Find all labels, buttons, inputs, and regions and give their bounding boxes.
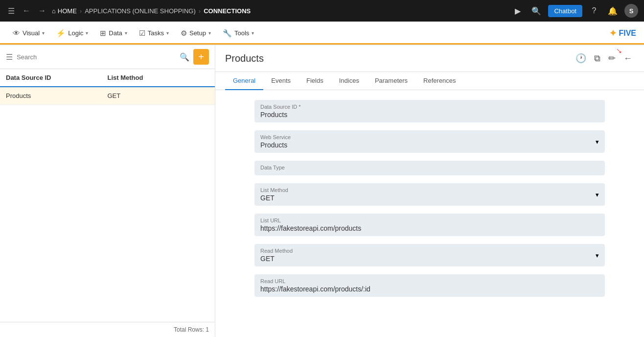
toolbar-data[interactable]: ⊞ Data ▾	[95, 26, 132, 41]
read-url-value: https://fakestoreapi.com/products/:id	[260, 285, 599, 293]
tab-parameters[interactable]: Parameters	[367, 72, 415, 90]
list-method-wrapper[interactable]: List Method GET ▾	[254, 183, 605, 206]
web-service-dropdown-icon: ▾	[596, 138, 599, 145]
logo-star: ✦	[609, 28, 617, 39]
data-icon: ⊞	[100, 29, 106, 38]
menu-icon[interactable]: ☰	[6, 4, 17, 18]
tab-events[interactable]: Events	[263, 72, 299, 90]
list-url-wrapper[interactable]: List URL https://fakestoreapi.com/produc…	[254, 214, 605, 236]
app-label[interactable]: APPLICATIONS (ONLINE SHOPPING)	[85, 7, 196, 15]
list-url-value: https://fakestoreapi.com/products	[260, 224, 599, 232]
data-source-id-label: Data Source ID *	[260, 104, 599, 110]
field-list-method: List Method GET ▾	[254, 183, 605, 206]
sidebar-header: ☰ 🔍 +	[0, 45, 215, 69]
toolbar-setup[interactable]: ⚙ Setup ▾	[176, 26, 216, 41]
field-list-url: List URL https://fakestoreapi.com/produc…	[254, 214, 605, 236]
logic-arrow: ▾	[86, 30, 88, 36]
help-icon[interactable]: ?	[587, 4, 601, 18]
logic-label: Logic	[68, 29, 83, 37]
breadcrumb-sep1: ›	[80, 7, 82, 15]
field-data-type: Data Type	[254, 161, 605, 175]
list-method-value: GET	[260, 194, 596, 202]
home-link[interactable]: ⌂ HOME	[52, 7, 77, 15]
home-icon: ⌂	[52, 7, 56, 15]
logo-text: FIVE	[619, 29, 636, 38]
main-content: ☰ 🔍 + Data Source ID List Method Product…	[0, 45, 644, 337]
total-rows-label: Total Rows: 1	[174, 326, 209, 333]
toolbar-logic[interactable]: ⚡ Logic ▾	[51, 26, 93, 41]
list-method-label: List Method	[260, 187, 596, 193]
tab-indices[interactable]: Indices	[331, 72, 367, 90]
web-service-value: Products	[260, 141, 596, 149]
search-icon[interactable]: 🔍	[180, 52, 189, 62]
data-type-label: Data Type	[260, 165, 599, 170]
list-method-content: List Method GET	[260, 187, 596, 202]
home-label: HOME	[58, 7, 77, 15]
cell-datasource-id: Products	[6, 92, 108, 99]
bell-icon[interactable]: 🔔	[606, 4, 620, 18]
eye-icon: 👁	[13, 29, 20, 37]
sidebar-footer: Total Rows: 1	[0, 322, 215, 337]
toolbar-visual[interactable]: 👁 Visual ▾	[8, 26, 49, 40]
back-icon[interactable]: ←	[21, 4, 32, 17]
tab-fields[interactable]: Fields	[299, 72, 331, 90]
search-nav-icon[interactable]: 🔍	[529, 4, 543, 18]
nav-right: ▶ 🔍 Chatbot ? 🔔 S	[511, 4, 638, 18]
back-panel-icon[interactable]: ←	[621, 51, 634, 66]
setup-icon: ⚙	[181, 29, 187, 38]
data-label: Data	[109, 29, 122, 37]
edit-pencil-icon[interactable]: ✏	[606, 51, 618, 65]
read-method-content: Read Method GET	[260, 248, 596, 263]
setup-label: Setup	[189, 29, 206, 37]
nav-left: ☰ ← → ⌂ HOME › APPLICATIONS (ONLINE SHOP…	[6, 4, 507, 18]
list-method-dropdown-icon: ▾	[596, 191, 599, 198]
search-input[interactable]	[17, 53, 176, 61]
tab-references[interactable]: References	[415, 72, 463, 90]
panel-actions: 🕐 ⧉ ✏ ↑ ←	[574, 51, 634, 66]
filter-icon[interactable]: ☰	[6, 52, 13, 62]
five-logo: ✦ FIVE	[609, 28, 636, 39]
read-url-label: Read URL	[260, 278, 599, 284]
tasks-arrow: ▾	[166, 30, 169, 36]
history-icon[interactable]: 🕐	[574, 51, 588, 66]
tools-label: Tools	[234, 29, 249, 37]
forward-icon[interactable]: →	[36, 4, 48, 17]
web-service-content: Web Service Products	[260, 134, 596, 149]
panel-header: Products 🕐 ⧉ ✏ ↑ ←	[215, 45, 644, 72]
table-row[interactable]: Products GET	[0, 87, 215, 105]
tools-arrow: ▾	[252, 30, 254, 36]
avatar[interactable]: S	[624, 4, 638, 18]
toolbar-tools[interactable]: 🔧 Tools ▾	[218, 26, 259, 41]
tools-icon: 🔧	[223, 29, 232, 38]
chatbot-button[interactable]: Chatbot	[548, 5, 582, 17]
add-button[interactable]: +	[193, 49, 209, 65]
play-icon[interactable]: ▶	[511, 4, 525, 18]
tab-general[interactable]: General	[225, 72, 263, 90]
col-header-list-method: List Method	[108, 74, 209, 81]
current-label: CONNECTIONS	[204, 7, 251, 15]
field-data-source-id: Data Source ID * Products	[254, 100, 605, 122]
tasks-label: Tasks	[148, 29, 164, 37]
panel-title: Products	[225, 53, 574, 64]
read-method-wrapper[interactable]: Read Method GET ▾	[254, 244, 605, 266]
toolbar-tasks[interactable]: ☑ Tasks ▾	[134, 26, 174, 41]
col-header-datasource-id: Data Source ID	[6, 74, 108, 81]
cell-list-method: GET	[108, 92, 209, 99]
read-url-wrapper[interactable]: Read URL https://fakestoreapi.com/produc…	[254, 274, 605, 297]
web-service-wrapper[interactable]: Web Service Products ▾	[254, 130, 605, 153]
logic-icon: ⚡	[56, 29, 66, 38]
copy-icon[interactable]: ⧉	[592, 51, 602, 66]
breadcrumb-sep2: ›	[199, 7, 201, 15]
data-type-wrapper[interactable]: Data Type	[254, 161, 605, 175]
data-source-id-value[interactable]: Products	[260, 111, 599, 119]
breadcrumb: ⌂ HOME › APPLICATIONS (ONLINE SHOPPING) …	[52, 7, 251, 15]
table-body: Products GET	[0, 87, 215, 322]
read-method-label: Read Method	[260, 248, 596, 254]
top-nav: ☰ ← → ⌂ HOME › APPLICATIONS (ONLINE SHOP…	[0, 0, 644, 22]
field-read-url: Read URL https://fakestoreapi.com/produc…	[254, 274, 605, 297]
form-area: Data Source ID * Products Web Service Pr…	[215, 90, 644, 337]
setup-arrow: ▾	[208, 30, 211, 36]
field-read-method: Read Method GET ▾	[254, 244, 605, 266]
sidebar: ☰ 🔍 + Data Source ID List Method Product…	[0, 45, 215, 337]
tabs: General Events Fields Indices Parameters…	[215, 72, 644, 90]
